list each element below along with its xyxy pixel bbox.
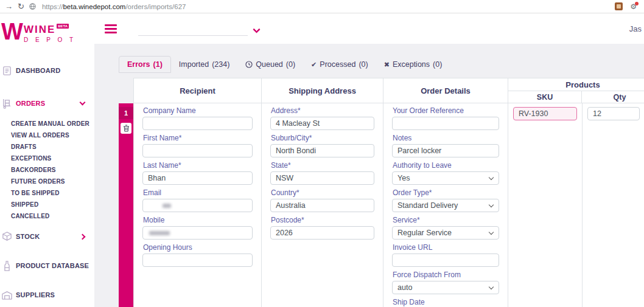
authority-to-leave-select[interactable]: Yes: [392, 171, 499, 185]
tab-count: (1): [153, 60, 163, 69]
field-label: Ship Date: [393, 298, 499, 306]
delete-row-button[interactable]: [121, 123, 131, 134]
mobile-input[interactable]: [142, 226, 253, 240]
sidebar-item-product-database[interactable]: PRODUCT DATABASE: [0, 251, 94, 280]
sidebar-item-suppliers[interactable]: SUPPLIERS: [0, 280, 94, 307]
field-country: Country*: [270, 189, 374, 212]
field-last-name: Last Name*: [142, 162, 253, 185]
order-reference-input[interactable]: [392, 117, 499, 130]
row-number-badge: 1: [119, 107, 133, 119]
sku-input[interactable]: [513, 107, 577, 120]
check-icon: ✔: [311, 61, 317, 68]
field-company-name: Company Name: [142, 107, 253, 130]
sidebar-item-drafts[interactable]: DRAFTS: [11, 141, 94, 153]
import-selector-dropdown[interactable]: [138, 21, 259, 36]
sidebar-item-orders[interactable]: ORDERS: [0, 91, 94, 116]
reload-icon[interactable]: ↻: [18, 2, 24, 10]
field-label: Your Order Reference: [393, 107, 499, 115]
url-scheme: https://: [42, 3, 63, 10]
tab-label: Processed: [320, 60, 355, 69]
hamburger-menu-icon[interactable]: [105, 24, 117, 33]
orders-icon: [1, 97, 13, 109]
forward-icon[interactable]: →: [5, 2, 13, 10]
tab-count: (0): [286, 60, 295, 69]
notes-input[interactable]: [392, 144, 499, 157]
extension-icon-1[interactable]: [615, 2, 623, 10]
logo-wine-text: WINE: [24, 24, 55, 35]
x-icon: ✖: [384, 61, 390, 68]
column-header-shipping-address: Shipping Address: [262, 78, 383, 103]
field-suburb-city: Suburb/City*: [270, 134, 374, 157]
user-menu[interactable]: Jas: [629, 24, 642, 33]
company-name-input[interactable]: [142, 117, 253, 130]
sidebar-item-label: ORDERS: [16, 100, 45, 107]
url-bar[interactable]: https://beta.winedepot.com/orders/import…: [42, 3, 186, 10]
field-label: Opening Hours: [143, 244, 253, 252]
sidebar: W WINEBETA D E P O T DASHBOARD ORDERS: [0, 13, 94, 307]
site-info-icon[interactable]: [29, 3, 36, 10]
field-label: Mobile: [143, 216, 253, 224]
sidebar-item-to-be-shipped[interactable]: TO BE SHIPPED: [11, 187, 94, 199]
chevron-down-icon: [489, 175, 494, 180]
sidebar-item-dashboard[interactable]: DASHBOARD: [0, 58, 94, 83]
qty-input[interactable]: [587, 107, 640, 120]
tab-label: Errors: [127, 60, 150, 69]
select-value: Standard Delivery: [397, 201, 458, 210]
url-domain: beta.winedepot.com: [63, 3, 125, 10]
import-errors-table: Recipient Shipping Address Order Details…: [119, 78, 644, 307]
chevron-down-icon: [489, 230, 494, 235]
sidebar-item-shipped[interactable]: SHIPPED: [11, 199, 94, 210]
tab-imported[interactable]: Imported (234): [171, 57, 238, 72]
field-label: Email: [143, 189, 253, 197]
sidebar-item-backorders[interactable]: BACKORDERS: [11, 164, 94, 176]
field-order-type: Order Type* Standard Delivery: [392, 189, 499, 212]
sidebar-item-create-manual-order[interactable]: CREATE MANUAL ORDER: [11, 118, 94, 129]
dropdown-underline: [138, 21, 248, 36]
sidebar-item-view-all-orders[interactable]: VIEW ALL ORDERS: [11, 129, 94, 141]
extension-icon-2[interactable]: ⚙: [630, 3, 637, 10]
field-label: First Name*: [143, 134, 253, 142]
service-select[interactable]: Regular Service: [392, 226, 499, 240]
tab-errors[interactable]: Errors (1): [119, 56, 171, 73]
row-gutter: 1: [119, 103, 133, 307]
sidebar-item-exceptions[interactable]: EXCEPTIONS: [11, 153, 94, 164]
opening-hours-input[interactable]: [142, 254, 253, 267]
force-dispatch-from-select[interactable]: auto: [392, 281, 499, 294]
logo-depot-text: D E P O T: [24, 36, 76, 43]
tab-exceptions[interactable]: ✖ Exceptions (0): [376, 57, 450, 72]
field-state: State*: [270, 162, 374, 185]
shipping-address-cell: Address* Suburb/City* State* Country* Po…: [262, 103, 383, 307]
sidebar-item-cancelled[interactable]: CANCELLED: [11, 210, 94, 222]
field-label: Order Type*: [393, 189, 499, 197]
sidebar-item-stock[interactable]: STOCK: [0, 222, 94, 251]
tab-queued[interactable]: Queued (0): [237, 57, 303, 72]
order-type-select[interactable]: Standard Delivery: [392, 199, 499, 212]
field-label: State*: [271, 162, 374, 170]
field-label: Invoice URL: [393, 244, 499, 252]
field-label: Company Name: [143, 107, 253, 115]
field-label: Notes: [393, 134, 499, 142]
country-input[interactable]: [270, 199, 374, 212]
field-label: Postcode*: [271, 216, 374, 224]
postcode-input[interactable]: [270, 226, 374, 240]
field-opening-hours: Opening Hours: [142, 244, 253, 267]
last-name-input[interactable]: [142, 171, 253, 185]
email-input[interactable]: [142, 199, 253, 212]
winedepot-logo[interactable]: W WINEBETA D E P O T: [1, 22, 94, 53]
extensions-area: ⚙: [615, 2, 637, 10]
suburb-city-input[interactable]: [270, 144, 374, 157]
invoice-url-input[interactable]: [392, 254, 499, 267]
field-address: Address*: [270, 107, 374, 130]
tab-processed[interactable]: ✔ Processed (0): [303, 57, 376, 72]
chevron-down-icon: [489, 202, 494, 207]
address-input[interactable]: [270, 117, 374, 130]
select-value: Regular Service: [397, 229, 452, 237]
qty-cell: [583, 103, 644, 307]
field-order-reference: Your Order Reference: [392, 107, 499, 130]
sidebar-item-future-orders[interactable]: FUTURE ORDERS: [11, 176, 94, 187]
suppliers-icon: [1, 289, 13, 301]
product-database-icon: [1, 260, 13, 272]
state-input[interactable]: [270, 171, 374, 185]
field-label: Address*: [271, 107, 374, 115]
first-name-input[interactable]: [142, 144, 253, 157]
